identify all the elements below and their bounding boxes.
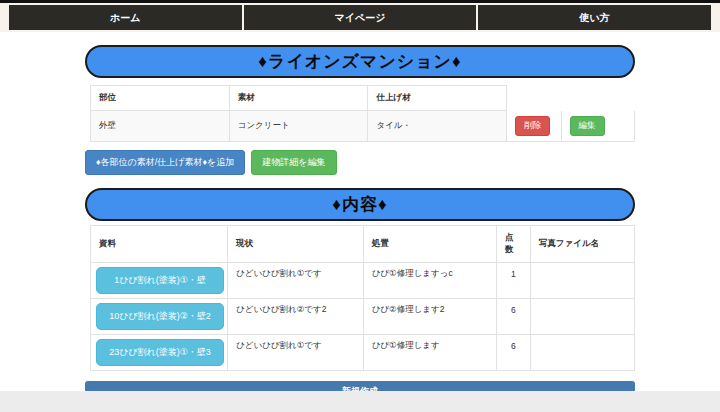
- column-header-photo-filename: 写真ファイル名: [530, 226, 634, 263]
- column-header-document: 資料: [91, 226, 228, 263]
- column-header-empty-1: [507, 86, 561, 111]
- document-button[interactable]: 1ひび割れ(塗装)①・壁: [96, 267, 224, 294]
- document-cell: 1ひび割れ(塗装)①・壁: [91, 263, 228, 299]
- photo-filename-cell: [530, 335, 634, 371]
- document-button[interactable]: 10ひび割れ(塗装)②・壁2: [96, 303, 224, 330]
- add-material-button[interactable]: ♦各部位の素材/仕上げ素材♦を追加: [85, 150, 245, 175]
- table-row: 23ひび割れ(塗装)①・壁3 ひどいひび割れ①です ひび①修理します 6: [91, 335, 635, 371]
- edit-cell: 編集: [561, 111, 634, 142]
- column-header-material: 素材: [229, 86, 368, 111]
- column-header-treatment: 処置: [363, 226, 496, 263]
- photo-filename-cell: [530, 299, 634, 335]
- window-bottom-edge: [0, 391, 720, 412]
- material-cell: コンクリート: [229, 111, 368, 142]
- column-header-finish: 仕上げ材: [368, 86, 507, 111]
- delete-cell: 削除: [507, 111, 561, 142]
- current-state-cell: ひどいひび割れ②です2: [228, 299, 364, 335]
- main-nav: ホーム マイページ 使い方: [0, 3, 720, 32]
- treatment-cell: ひび①修理します: [363, 335, 496, 371]
- nav-item-home[interactable]: ホーム: [9, 5, 242, 30]
- finish-cell: タイル・: [368, 111, 507, 142]
- nav-item-howto[interactable]: 使い方: [478, 5, 711, 30]
- document-cell: 10ひび割れ(塗装)②・壁2: [91, 299, 228, 335]
- points-cell: 6: [497, 335, 531, 371]
- nav-item-mypage[interactable]: マイページ: [244, 5, 477, 30]
- content-title-banner: ♦内容♦: [85, 188, 635, 221]
- page-body: ♦ライオンズマンション♦ 部位 素材 仕上げ材 外壁 コンクリート: [0, 45, 720, 412]
- column-header-empty-2: [561, 86, 634, 111]
- part-cell: 外壁: [91, 111, 230, 142]
- table-row: 外壁 コンクリート タイル・ 削除 編集: [91, 111, 635, 142]
- building-table-header-row: 部位 素材 仕上げ材: [91, 86, 635, 111]
- content-table: 資料 現状 処置 点数 写真ファイル名 1ひび割れ(塗装)①・壁 ひどいひび割れ…: [90, 225, 635, 371]
- building-parts-table: 部位 素材 仕上げ材 外壁 コンクリート タイル・ 削除 編集: [90, 85, 635, 142]
- points-cell: 1: [497, 263, 531, 299]
- table-row: 10ひび割れ(塗装)②・壁2 ひどいひび割れ②です2 ひび②修理します2 6: [91, 299, 635, 335]
- treatment-cell: ひび②修理します2: [363, 299, 496, 335]
- current-state-cell: ひどいひび割れ①です: [228, 263, 364, 299]
- content-table-header-row: 資料 現状 処置 点数 写真ファイル名: [91, 226, 635, 263]
- document-cell: 23ひび割れ(塗装)①・壁3: [91, 335, 228, 371]
- current-state-cell: ひどいひび割れ①です: [228, 335, 364, 371]
- edit-button[interactable]: 編集: [570, 116, 605, 136]
- delete-button[interactable]: 削除: [515, 116, 550, 136]
- column-header-points: 点数: [497, 226, 531, 263]
- column-header-part: 部位: [91, 86, 230, 111]
- table-row: 1ひび割れ(塗装)①・壁 ひどいひび割れ①です ひび①修理しますっc 1: [91, 263, 635, 299]
- photo-filename-cell: [530, 263, 634, 299]
- treatment-cell: ひび①修理しますっc: [363, 263, 496, 299]
- points-cell: 6: [497, 299, 531, 335]
- document-button[interactable]: 23ひび割れ(塗装)①・壁3: [96, 339, 224, 366]
- building-actions: ♦各部位の素材/仕上げ素材♦を追加 建物詳細を編集: [85, 150, 635, 175]
- building-title-banner: ♦ライオンズマンション♦: [85, 45, 635, 78]
- edit-building-details-button[interactable]: 建物詳細を編集: [251, 150, 336, 175]
- column-header-current: 現状: [228, 226, 364, 263]
